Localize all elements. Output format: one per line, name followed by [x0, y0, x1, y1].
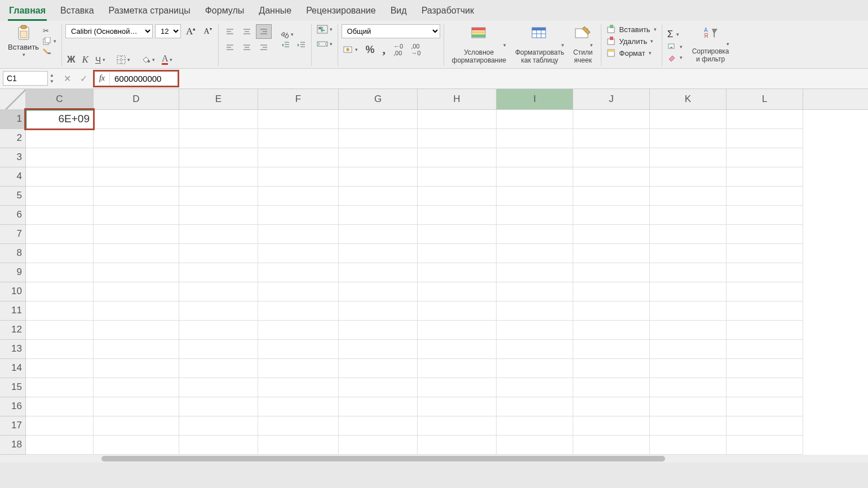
cell-J18[interactable]	[573, 436, 650, 455]
cell-C18[interactable]	[26, 436, 94, 455]
cell-styles-button[interactable]: ▾ Стили ячеек	[569, 24, 597, 66]
cell-F10[interactable]	[258, 282, 339, 301]
cell-C2[interactable]	[26, 129, 94, 148]
cell-C3[interactable]	[26, 148, 94, 167]
row-header-18[interactable]: 18	[0, 436, 26, 455]
cell-L2[interactable]	[727, 129, 803, 148]
align-top-right[interactable]	[256, 24, 272, 39]
tab-view[interactable]: Вид	[389, 6, 408, 21]
select-all-corner[interactable]	[0, 89, 26, 109]
cell-D2[interactable]	[94, 129, 179, 148]
cell-L18[interactable]	[727, 436, 803, 455]
cell-I10[interactable]	[497, 282, 573, 301]
cancel-formula-button[interactable]: ✕	[59, 71, 76, 86]
cell-J16[interactable]	[573, 397, 650, 416]
cell-L16[interactable]	[727, 397, 803, 416]
name-box[interactable]	[3, 71, 48, 86]
cell-H10[interactable]	[418, 282, 497, 301]
cell-L15[interactable]	[727, 378, 803, 397]
cell-J17[interactable]	[573, 416, 650, 436]
format-cells-button[interactable]: Формат▾	[605, 48, 658, 58]
tab-data[interactable]: Данные	[258, 6, 293, 21]
cell-J13[interactable]	[573, 340, 650, 359]
row-header-13[interactable]: 13	[0, 340, 26, 359]
cell-C16[interactable]	[26, 397, 94, 416]
conditional-formatting-button[interactable]: ▾ Условное форматирование	[448, 24, 511, 66]
cell-I2[interactable]	[497, 129, 573, 148]
cell-L14[interactable]	[727, 359, 803, 378]
cell-K12[interactable]	[650, 321, 727, 340]
cell-D18[interactable]	[94, 436, 179, 455]
tab-review[interactable]: Рецензирование	[305, 6, 377, 21]
format-painter-button[interactable]	[41, 47, 58, 56]
cell-L13[interactable]	[727, 340, 803, 359]
cell-K3[interactable]	[650, 148, 727, 167]
cell-K7[interactable]	[650, 225, 727, 244]
cell-F13[interactable]	[258, 340, 339, 359]
orientation-button[interactable]: ab▾	[280, 30, 308, 39]
row-header-9[interactable]: 9	[0, 263, 26, 282]
cell-L11[interactable]	[727, 301, 803, 321]
cell-E12[interactable]	[179, 321, 258, 340]
cell-I1[interactable]	[497, 110, 573, 129]
cell-K6[interactable]	[650, 206, 727, 225]
number-format-select[interactable]: Общий	[342, 24, 440, 38]
cell-F5[interactable]	[258, 187, 339, 206]
cell-E1[interactable]	[179, 110, 258, 129]
cell-H12[interactable]	[418, 321, 497, 340]
decrease-font-button[interactable]: A▾	[201, 25, 214, 37]
tab-insert[interactable]: Вставка	[59, 6, 95, 21]
cell-H11[interactable]	[418, 301, 497, 321]
decrease-decimal[interactable]: ,00→0	[409, 42, 422, 57]
row-header-4[interactable]: 4	[0, 167, 26, 187]
cell-D6[interactable]	[94, 206, 179, 225]
increase-decimal[interactable]: ←0,00	[392, 42, 405, 57]
cell-K14[interactable]	[650, 359, 727, 378]
cell-J1[interactable]	[573, 110, 650, 129]
cell-D15[interactable]	[94, 378, 179, 397]
cell-L7[interactable]	[727, 225, 803, 244]
row-header-7[interactable]: 7	[0, 225, 26, 244]
cell-L8[interactable]	[727, 244, 803, 263]
cell-H18[interactable]	[418, 436, 497, 455]
increase-font-button[interactable]: A▴	[183, 25, 198, 38]
bold-button[interactable]: Ж	[65, 54, 77, 65]
cell-L5[interactable]	[727, 187, 803, 206]
row-header-6[interactable]: 6	[0, 206, 26, 225]
cell-J2[interactable]	[573, 129, 650, 148]
cell-F16[interactable]	[258, 397, 339, 416]
cell-G16[interactable]	[339, 397, 418, 416]
align-top-left[interactable]	[222, 24, 238, 39]
cell-G18[interactable]	[339, 436, 418, 455]
italic-button[interactable]: К	[81, 54, 90, 66]
cell-G5[interactable]	[339, 187, 418, 206]
cell-C13[interactable]	[26, 340, 94, 359]
cell-G13[interactable]	[339, 340, 418, 359]
cell-L4[interactable]	[727, 167, 803, 187]
cell-J4[interactable]	[573, 167, 650, 187]
align-top-center[interactable]	[239, 24, 255, 39]
cell-E6[interactable]	[179, 206, 258, 225]
percent-button[interactable]: %	[364, 43, 377, 56]
col-header-L[interactable]: L	[727, 89, 803, 109]
cell-K2[interactable]	[650, 129, 727, 148]
cell-I9[interactable]	[497, 263, 573, 282]
cell-J3[interactable]	[573, 148, 650, 167]
cell-E15[interactable]	[179, 378, 258, 397]
cell-H2[interactable]	[418, 129, 497, 148]
tab-home[interactable]: Главная	[8, 6, 47, 21]
clear-button[interactable]: ▾	[666, 53, 684, 62]
cell-D3[interactable]	[94, 148, 179, 167]
cell-I4[interactable]	[497, 167, 573, 187]
cell-G17[interactable]	[339, 416, 418, 436]
tab-formulas[interactable]: Формулы	[204, 6, 246, 21]
cell-I3[interactable]	[497, 148, 573, 167]
cell-F3[interactable]	[258, 148, 339, 167]
cell-E4[interactable]	[179, 167, 258, 187]
cell-H3[interactable]	[418, 148, 497, 167]
scrollbar-thumb[interactable]	[101, 456, 665, 462]
cell-F18[interactable]	[258, 436, 339, 455]
formula-input[interactable]	[110, 72, 178, 86]
col-header-I[interactable]: I	[497, 89, 573, 109]
cell-I14[interactable]	[497, 359, 573, 378]
